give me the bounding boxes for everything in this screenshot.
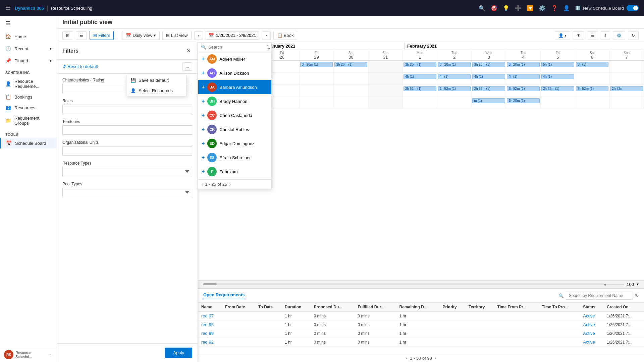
- req-next-icon[interactable]: ›: [435, 356, 436, 361]
- sidebar-item-home[interactable]: 🏠 Home: [0, 31, 57, 43]
- filter-input-org-units[interactable]: [62, 146, 192, 156]
- target-icon[interactable]: 🎯: [491, 5, 497, 11]
- toolbar-columns-button[interactable]: ☰: [587, 31, 598, 40]
- sidebar-resources-label: Resources: [14, 105, 35, 110]
- apply-button[interactable]: Apply: [165, 348, 192, 358]
- avatar-edgar-dropdown: ED: [207, 139, 217, 148]
- grid-view-button[interactable]: ⊞: [62, 31, 73, 40]
- resource-item-cheri[interactable]: + CC Cheri Castaneda: [198, 108, 271, 122]
- filters-close-button[interactable]: ✕: [185, 46, 192, 55]
- book-button[interactable]: 📋 Book: [273, 31, 298, 40]
- horizontal-scrollbar[interactable]: [203, 283, 604, 285]
- help-icon[interactable]: ❓: [551, 5, 558, 11]
- row1-proposed: 0 mins: [311, 312, 355, 320]
- req-search-input[interactable]: [566, 292, 633, 300]
- booking-christal-8[interactable]: 4h (1): [506, 73, 541, 84]
- context-save-default[interactable]: 💾 Save as default: [126, 75, 186, 85]
- select-resources-icon: 👤: [130, 88, 136, 93]
- booking-day-2[interactable]: 3h 20m (1): [300, 61, 334, 72]
- context-select-resources[interactable]: 👤 Select Resources: [126, 85, 186, 96]
- sidebar-item-requirement-groups[interactable]: 📁 Requirement Groups: [0, 113, 57, 128]
- booking-day-8[interactable]: 3h 20m (1): [506, 61, 541, 72]
- resource-item-allison[interactable]: + AD Allison Dickson: [198, 66, 271, 80]
- filter-select-resource-types[interactable]: [62, 167, 192, 176]
- booking-christal-9[interactable]: 4h (1): [541, 73, 575, 84]
- filters-more-button[interactable]: ... 💾 Save as default 👤 Select Resources: [182, 62, 192, 71]
- req-refresh-icon[interactable]: ↻: [635, 293, 639, 298]
- day-29: Fri29: [300, 50, 334, 60]
- zoom-value: 100: [627, 282, 634, 287]
- resource-item-brady[interactable]: + BH Brady Hannon: [198, 94, 271, 108]
- lightbulb-icon[interactable]: 💡: [503, 5, 509, 11]
- row1-priority: [439, 312, 465, 320]
- filter-select-pool-types[interactable]: [62, 188, 192, 197]
- toolbar-person-icon-button[interactable]: 👤 ▾: [555, 31, 570, 40]
- filter-input-territories[interactable]: [62, 125, 192, 135]
- daily-view-button[interactable]: 📅 Daily view ▾: [122, 31, 160, 40]
- next-date-button[interactable]: ›: [262, 31, 271, 40]
- booking-day-9[interactable]: 5h (1): [541, 61, 575, 72]
- january-header: January 2021: [265, 42, 405, 50]
- sidebar-item-bookings[interactable]: 📋 Bookings: [0, 92, 57, 102]
- resource-item-christal[interactable]: + CR Christal Robles: [198, 122, 271, 136]
- settings-icon[interactable]: ⚙️: [539, 5, 546, 11]
- scroll-zoom-bar: ●———— 100 ▾: [198, 280, 644, 288]
- pinned-chevron: ▾: [50, 59, 51, 63]
- sidebar-item-resource-requirements[interactable]: 👤 Resource Requireme...: [0, 76, 57, 92]
- filter-icon[interactable]: 🔽: [527, 5, 534, 11]
- col-time-from: Time From Pr...: [494, 303, 539, 312]
- booking-day-5[interactable]: 3h 20m (1): [403, 61, 437, 72]
- booking-christal-2: [300, 73, 334, 84]
- resource-item-barbara[interactable]: + BA Bárbara Amundson: [198, 80, 271, 94]
- resource-item-fabrikam[interactable]: + F Fabrikam: [198, 165, 271, 179]
- zoom-expand-icon[interactable]: ▾: [637, 282, 639, 287]
- plus-icon[interactable]: ➕: [515, 5, 522, 11]
- resource-prev-icon[interactable]: ‹: [202, 182, 203, 187]
- resource-item-edgar[interactable]: + ED Edgar Dominguez: [198, 136, 271, 150]
- filters-button[interactable]: ⊟ Filters: [90, 31, 114, 40]
- booking-day-3[interactable]: 3h 20m (1): [334, 61, 368, 72]
- toolbar-refresh-button[interactable]: ↻: [628, 31, 639, 40]
- resource-next-icon[interactable]: ›: [229, 182, 230, 187]
- filter-group-territories: Territories: [62, 119, 192, 135]
- hamburger-icon[interactable]: ☰: [5, 4, 11, 12]
- sidebar-item-recent[interactable]: 🕒 Recent ▾: [0, 43, 57, 55]
- booking-christal-4: [368, 73, 403, 84]
- sidebar-item-schedule-board[interactable]: 📅 Schedule Board: [0, 138, 57, 148]
- new-schedule-toggle-switch[interactable]: [627, 5, 639, 11]
- add-icon-edgar: +: [202, 140, 205, 146]
- filter-label-resource-types: Resource Types: [62, 161, 192, 166]
- req-prev-icon[interactable]: ‹: [406, 356, 407, 361]
- open-requirements-tab[interactable]: Open Requirements: [203, 292, 245, 299]
- sidebar-hamburger[interactable]: ☰: [0, 16, 57, 31]
- sidebar-item-resources[interactable]: 👥 Resources: [0, 102, 57, 113]
- booking-christal-5[interactable]: 4h (1): [403, 73, 437, 84]
- toolbar-share-button[interactable]: ⤴: [601, 31, 610, 40]
- booking-day-10[interactable]: 5h (1): [575, 61, 610, 72]
- footer-expand-icon[interactable]: ⋯: [49, 353, 53, 357]
- booking-day-4: [368, 61, 403, 72]
- sidebar-item-pinned[interactable]: 📌 Pinned ▾: [0, 55, 57, 67]
- prev-date-button[interactable]: ‹: [194, 31, 203, 40]
- row4-name: req 92: [198, 338, 222, 347]
- add-icon-efrain: +: [202, 155, 205, 161]
- top-nav-right: 🔍 🎯 💡 ➕ 🔽 ⚙️ ❓ 👤 ℹ️ New Schedule Board: [479, 5, 639, 11]
- resource-sort-icon[interactable]: ⇅: [267, 45, 270, 50]
- booking-christal-6[interactable]: 4h (1): [437, 73, 472, 84]
- resource-search-input[interactable]: [208, 45, 265, 50]
- toolbar-eye-button[interactable]: 👁: [573, 31, 584, 40]
- resource-item-adrien[interactable]: + AM Adrien Müller: [198, 52, 271, 66]
- toolbar-gear-button[interactable]: ⚙️: [613, 31, 625, 40]
- list-view-small-button[interactable]: ☰: [76, 31, 87, 40]
- booking-day-6[interactable]: 3h 20m (1): [437, 61, 472, 72]
- search-icon[interactable]: 🔍: [479, 5, 485, 11]
- filters-reset-button[interactable]: ↺ Reset to default: [62, 64, 98, 69]
- booking-day-7[interactable]: 3h 20m (1): [472, 61, 506, 72]
- profile-icon[interactable]: 👤: [563, 5, 570, 11]
- booking-christal-7[interactable]: 4h (1): [472, 73, 506, 84]
- resource-item-efrain[interactable]: + ES Efrain Schreiner: [198, 150, 271, 165]
- filter-input-roles[interactable]: [62, 105, 192, 114]
- row1-from: [222, 312, 255, 320]
- list-view-button[interactable]: ⊞ List view: [162, 31, 192, 40]
- zoom-slider[interactable]: ●————: [604, 282, 624, 287]
